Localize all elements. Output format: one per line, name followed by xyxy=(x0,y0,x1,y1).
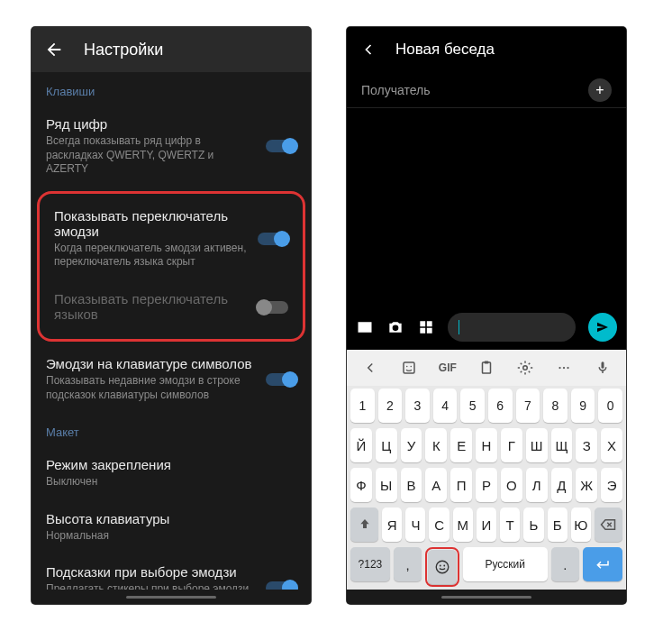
key-Г[interactable]: Г xyxy=(501,428,522,462)
key-3[interactable]: 3 xyxy=(405,389,430,423)
key-Х[interactable]: Х xyxy=(601,428,622,462)
key-8[interactable]: 8 xyxy=(543,389,568,423)
key-П[interactable]: П xyxy=(450,468,472,502)
setting-pin-mode[interactable]: Режим закрепления Выключен xyxy=(32,446,311,500)
key-5[interactable]: 5 xyxy=(460,389,485,423)
svg-rect-9 xyxy=(602,361,604,369)
settings-screen: Настройки Клавиши Ряд цифр Всегда показы… xyxy=(32,27,311,604)
key-З[interactable]: З xyxy=(576,428,597,462)
key-Ю[interactable]: Ю xyxy=(571,508,591,542)
svg-rect-3 xyxy=(482,362,490,373)
recipient-field[interactable]: Получатель + xyxy=(347,72,626,108)
key-У[interactable]: У xyxy=(401,428,422,462)
svg-point-6 xyxy=(559,367,561,369)
toggle-emoji-symbols[interactable] xyxy=(266,373,296,386)
kb-row-3: ФЫВАПРОЛДЖЭ xyxy=(347,465,626,505)
key-А[interactable]: А xyxy=(425,468,447,502)
key-Э[interactable]: Э xyxy=(601,468,622,502)
emoji-key[interactable] xyxy=(428,550,456,584)
highlighted-group: Показывать переключатель эмодзи Когда пе… xyxy=(37,191,305,342)
key-Л[interactable]: Л xyxy=(526,468,548,502)
key-2[interactable]: 2 xyxy=(378,389,403,423)
comma-key[interactable]: , xyxy=(394,547,422,581)
send-button[interactable] xyxy=(588,313,617,342)
clipboard-icon[interactable] xyxy=(468,360,504,376)
key-Й[interactable]: Й xyxy=(350,428,372,462)
svg-rect-4 xyxy=(485,361,489,364)
key-Д[interactable]: Д xyxy=(551,468,573,502)
setting-emoji-switch[interactable]: Показывать переключатель эмодзи Когда пе… xyxy=(40,197,303,280)
svg-point-1 xyxy=(406,366,408,368)
setting-lang-switch: Показывать переключатель языков xyxy=(40,280,303,335)
key-Б[interactable]: Б xyxy=(548,508,568,542)
key-Я[interactable]: Я xyxy=(382,508,402,542)
enter-key[interactable] xyxy=(583,547,622,581)
key-О[interactable]: О xyxy=(501,468,522,502)
setting-height[interactable]: Высота клавиатуры Нормальная xyxy=(32,500,311,554)
settings-title: Настройки xyxy=(84,41,163,59)
setting-digits[interactable]: Ряд цифр Всегда показывать ряд цифр в ра… xyxy=(32,105,311,187)
key-6[interactable]: 6 xyxy=(488,389,513,423)
back-icon[interactable] xyxy=(44,40,64,59)
key-Р[interactable]: Р xyxy=(476,468,497,502)
emoji-key-highlight xyxy=(425,547,459,587)
shift-key[interactable] xyxy=(350,508,378,542)
key-Ш[interactable]: Ш xyxy=(526,428,548,462)
backspace-key[interactable] xyxy=(595,508,622,542)
chat-title: Новая беседа xyxy=(395,41,495,59)
sticker-icon[interactable] xyxy=(391,360,426,376)
key-7[interactable]: 7 xyxy=(516,389,540,423)
kb-row-4: ЯЧСМИТЬБЮ xyxy=(347,505,626,544)
nav-bar xyxy=(32,590,311,604)
space-key[interactable]: Русский xyxy=(463,547,548,581)
key-Щ[interactable]: Щ xyxy=(551,428,573,462)
more-icon[interactable] xyxy=(547,360,582,376)
key-Ф[interactable]: Ф xyxy=(350,468,372,502)
key-Е[interactable]: Е xyxy=(450,428,472,462)
period-key[interactable]: . xyxy=(551,547,579,581)
chat-header: Новая беседа xyxy=(347,27,626,72)
toggle-emoji-switch[interactable] xyxy=(258,233,288,245)
chat-screen: Новая беседа Получатель + GIF 1234567890… xyxy=(347,27,626,604)
svg-point-12 xyxy=(443,565,445,567)
toggle-digits[interactable] xyxy=(266,140,296,152)
key-И[interactable]: И xyxy=(477,508,496,542)
key-М[interactable]: М xyxy=(453,508,473,542)
key-К[interactable]: К xyxy=(425,428,447,462)
message-input[interactable] xyxy=(448,313,576,342)
key-С[interactable]: С xyxy=(429,508,449,542)
setting-emoji-hints[interactable]: Подсказки при выборе эмодзи Предлагать с… xyxy=(32,553,311,590)
settings-icon[interactable] xyxy=(508,360,543,376)
key-9[interactable]: 9 xyxy=(571,389,595,423)
svg-point-10 xyxy=(436,561,449,573)
camera-icon[interactable] xyxy=(386,318,404,336)
key-0[interactable]: 0 xyxy=(598,389,622,423)
key-Ц[interactable]: Ц xyxy=(376,428,397,462)
gallery-icon[interactable] xyxy=(356,318,374,336)
settings-header: Настройки xyxy=(32,27,311,72)
key-Ж[interactable]: Ж xyxy=(576,468,597,502)
key-Т[interactable]: Т xyxy=(500,508,520,542)
key-Н[interactable]: Н xyxy=(476,428,497,462)
key-Ы[interactable]: Ы xyxy=(376,468,397,502)
kb-row-numbers: 1234567890 xyxy=(347,386,626,425)
apps-icon[interactable] xyxy=(417,318,435,336)
mic-icon[interactable] xyxy=(586,360,621,376)
key-В[interactable]: В xyxy=(401,468,422,502)
message-input-bar xyxy=(347,305,626,350)
setting-emoji-symbols[interactable]: Эмодзи на клавиатуре символов Показывать… xyxy=(32,345,311,413)
back-icon[interactable] xyxy=(359,41,377,59)
section-layout: Макет xyxy=(32,413,311,446)
key-Ь[interactable]: Ь xyxy=(523,508,543,542)
collapse-icon[interactable] xyxy=(352,360,387,376)
key-1[interactable]: 1 xyxy=(350,389,375,423)
toggle-emoji-hints[interactable] xyxy=(266,581,296,590)
symbols-key[interactable]: ?123 xyxy=(350,547,390,581)
gif-button[interactable]: GIF xyxy=(430,361,465,374)
settings-content: Клавиши Ряд цифр Всегда показывать ряд ц… xyxy=(32,72,311,590)
add-recipient-button[interactable]: + xyxy=(588,78,612,102)
key-Ч[interactable]: Ч xyxy=(405,508,425,542)
key-4[interactable]: 4 xyxy=(433,389,458,423)
svg-rect-0 xyxy=(404,362,414,373)
nav-bar xyxy=(347,590,626,604)
